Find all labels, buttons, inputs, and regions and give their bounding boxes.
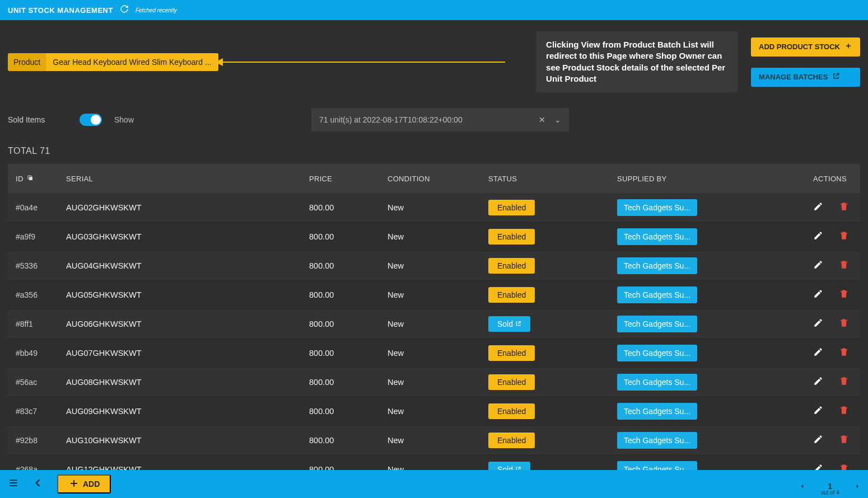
cell-serial: AUG03GHKWSKWT bbox=[66, 232, 309, 241]
bottom-bar: ADD 1 out of 4 bbox=[0, 470, 868, 498]
edit-icon[interactable] bbox=[813, 434, 823, 446]
status-badge[interactable]: Enabled bbox=[488, 258, 535, 274]
chevron-down-icon[interactable]: ⌄ bbox=[554, 115, 561, 124]
refresh-icon[interactable] bbox=[120, 4, 129, 16]
supplier-link[interactable]: Tech Gadgets Su... bbox=[617, 257, 697, 274]
delete-icon[interactable] bbox=[839, 405, 849, 417]
total-count: TOTAL 71 bbox=[8, 146, 860, 156]
cell-supplier: Tech Gadgets Su... bbox=[617, 286, 763, 303]
status-badge[interactable]: Enabled bbox=[488, 200, 535, 215]
supplier-link[interactable]: Tech Gadgets Su... bbox=[617, 374, 697, 391]
pager-total: out of 4 bbox=[820, 490, 839, 496]
table-header: ID SERIAL PRICE CONDITION STATUS SUPPLIE… bbox=[8, 164, 860, 193]
supplier-link[interactable]: Tech Gadgets Su... bbox=[617, 432, 697, 449]
edit-icon[interactable] bbox=[813, 289, 823, 300]
table-row: #8ff1AUG06GHKWSKWT800.00NewSold Tech Gad… bbox=[8, 309, 860, 339]
col-price[interactable]: PRICE bbox=[309, 175, 388, 183]
cell-id: #0a4e bbox=[16, 203, 66, 212]
supplier-link[interactable]: Tech Gadgets Su... bbox=[617, 345, 697, 361]
product-chip-label: Product bbox=[8, 53, 46, 71]
cell-price: 800.00 bbox=[309, 407, 388, 416]
delete-icon[interactable] bbox=[839, 201, 849, 213]
cell-condition: New bbox=[388, 349, 488, 358]
cell-price: 800.00 bbox=[309, 320, 388, 328]
edit-icon[interactable] bbox=[813, 231, 823, 242]
add-button[interactable]: ADD bbox=[57, 474, 111, 494]
status-badge[interactable]: Enabled bbox=[488, 403, 535, 419]
back-icon[interactable] bbox=[32, 477, 44, 491]
status-badge[interactable]: Sold bbox=[488, 316, 530, 332]
table-row: #a9f9AUG03GHKWSKWT800.00NewEnabledTech G… bbox=[8, 222, 860, 251]
clear-icon[interactable]: ✕ bbox=[539, 115, 545, 124]
col-serial[interactable]: SERIAL bbox=[66, 175, 309, 183]
supplier-link[interactable]: Tech Gadgets Su... bbox=[617, 228, 697, 245]
cell-condition: New bbox=[388, 320, 488, 328]
status-badge[interactable]: Enabled bbox=[488, 374, 535, 390]
cell-price: 800.00 bbox=[309, 232, 388, 241]
status-badge[interactable]: Enabled bbox=[488, 229, 535, 245]
cell-status: Enabled bbox=[488, 200, 617, 215]
table-row: #92b8AUG10GHKWSKWT800.00NewEnabledTech G… bbox=[8, 426, 860, 455]
edit-icon[interactable] bbox=[813, 376, 823, 388]
app-header: UNIT STOCK MANAGEMENT Fetched recently bbox=[0, 0, 868, 20]
batch-selector[interactable]: 71 unit(s) at 2022-08-17T10:08:22+00:00 … bbox=[311, 108, 569, 131]
sold-items-toggle[interactable] bbox=[80, 114, 102, 126]
page-title: UNIT STOCK MANAGEMENT bbox=[8, 6, 113, 15]
col-supplied-by[interactable]: SUPPLIED BY bbox=[617, 175, 763, 183]
delete-icon[interactable] bbox=[839, 318, 849, 330]
menu-icon[interactable] bbox=[8, 477, 19, 491]
supplier-link[interactable]: Tech Gadgets Su... bbox=[617, 316, 697, 332]
edit-icon[interactable] bbox=[813, 201, 823, 213]
copy-icon[interactable] bbox=[27, 175, 34, 183]
delete-icon[interactable] bbox=[839, 347, 849, 359]
cell-serial: AUG02GHKWSKWT bbox=[66, 203, 309, 212]
pager-next-icon[interactable] bbox=[855, 482, 860, 491]
edit-icon[interactable] bbox=[813, 405, 823, 417]
delete-icon[interactable] bbox=[839, 289, 849, 300]
cell-actions bbox=[763, 289, 852, 300]
table-row: #5336AUG04GHKWSKWT800.00NewEnabledTech G… bbox=[8, 251, 860, 280]
col-status[interactable]: STATUS bbox=[488, 175, 617, 183]
manage-batches-button[interactable]: MANAGE BATCHES bbox=[751, 68, 860, 87]
delete-icon[interactable] bbox=[839, 434, 849, 446]
table-row: #0a4eAUG02GHKWSKWT800.00NewEnabledTech G… bbox=[8, 193, 860, 222]
status-badge[interactable]: Enabled bbox=[488, 345, 535, 361]
button-label: ADD bbox=[83, 480, 100, 488]
delete-icon[interactable] bbox=[839, 231, 849, 242]
cell-status: Enabled bbox=[488, 403, 617, 419]
cell-condition: New bbox=[388, 232, 488, 241]
supplier-link[interactable]: Tech Gadgets Su... bbox=[617, 286, 697, 303]
product-chip[interactable]: Product Gear Head Keyboard Wired Slim Ke… bbox=[8, 53, 218, 71]
cell-price: 800.00 bbox=[309, 290, 388, 299]
cell-actions bbox=[763, 231, 852, 242]
supplier-link[interactable]: Tech Gadgets Su... bbox=[617, 403, 697, 420]
supplier-link[interactable]: Tech Gadgets Su... bbox=[617, 199, 697, 216]
cell-serial: AUG09GHKWSKWT bbox=[66, 407, 309, 416]
cell-condition: New bbox=[388, 378, 488, 387]
delete-icon[interactable] bbox=[839, 260, 849, 271]
table-row: #56acAUG08GHKWSKWT800.00NewEnabledTech G… bbox=[8, 368, 860, 397]
cell-actions bbox=[763, 405, 852, 417]
col-id[interactable]: ID bbox=[16, 175, 66, 183]
cell-condition: New bbox=[388, 203, 488, 212]
col-condition[interactable]: CONDITION bbox=[388, 175, 488, 183]
status-badge[interactable]: Enabled bbox=[488, 287, 535, 303]
edit-icon[interactable] bbox=[813, 318, 823, 330]
pager-prev-icon[interactable] bbox=[800, 482, 805, 491]
edit-icon[interactable] bbox=[813, 347, 823, 359]
cell-actions bbox=[763, 260, 852, 271]
cell-price: 800.00 bbox=[309, 349, 388, 358]
status-badge[interactable]: Enabled bbox=[488, 433, 535, 448]
button-label: ADD PRODUCT STOCK bbox=[759, 43, 840, 51]
cell-actions bbox=[763, 347, 852, 359]
cell-status: Enabled bbox=[488, 258, 617, 274]
cell-actions bbox=[763, 434, 852, 446]
delete-icon[interactable] bbox=[839, 376, 849, 388]
add-product-stock-button[interactable]: ADD PRODUCT STOCK bbox=[751, 37, 860, 57]
cell-supplier: Tech Gadgets Su... bbox=[617, 345, 763, 361]
cell-id: #a356 bbox=[16, 290, 66, 299]
cell-condition: New bbox=[388, 407, 488, 416]
button-label: MANAGE BATCHES bbox=[759, 73, 828, 81]
cell-id: #a9f9 bbox=[16, 232, 66, 241]
edit-icon[interactable] bbox=[813, 260, 823, 271]
